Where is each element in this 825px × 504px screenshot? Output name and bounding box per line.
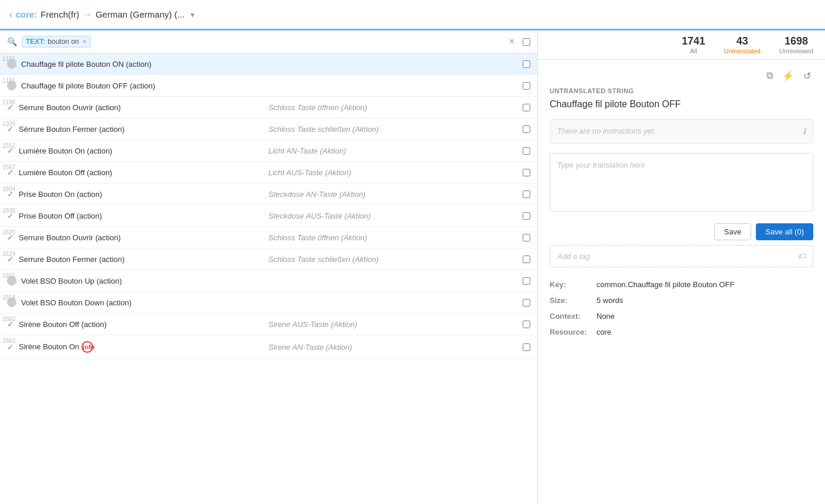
item-checkbox[interactable] <box>523 299 530 307</box>
tag-placeholder: Add a tag <box>557 252 590 261</box>
save-button[interactable]: Save <box>714 223 752 240</box>
item-source: Sirène Bouton Oninfo <box>19 341 268 353</box>
core-label[interactable]: core: <box>16 9 38 19</box>
list-item[interactable]: 1620✓Serrure Bouton Ouvrir (action)Schlo… <box>0 227 537 248</box>
stat-unreviewed: 1698 Unreviewed <box>779 35 813 55</box>
translation-area: ⧉ ⚡ ↺ UNTRANSLATED STRING Chauffage fil … <box>538 60 825 504</box>
instructions-text: There are no instructions yet. <box>557 127 656 135</box>
item-checkbox[interactable] <box>523 60 530 68</box>
nav-breadcrumb: ‹ core: French(fr) → German (Germany) (.… <box>9 9 195 20</box>
list-item[interactable]: 1608✓Prise Bouton Off (action)Steckdose … <box>0 205 537 227</box>
list-item[interactable]: 1181Chauffage fil pilote Bouton OFF (act… <box>0 75 537 97</box>
item-checkbox[interactable] <box>523 169 530 176</box>
tag-area[interactable]: Add a tag 🏷 <box>550 245 813 267</box>
save-all-button[interactable]: Save all (0) <box>756 223 813 240</box>
lang-arrow: → <box>83 9 92 20</box>
right-panel: 1741 All 43 Untranslated 1698 Unreviewed… <box>538 30 825 504</box>
list-item[interactable]: 1567✓Lumière Bouton Off (action)Licht AU… <box>0 162 537 183</box>
search-checkbox[interactable] <box>523 38 530 46</box>
meta-resource-row: Resource: core <box>550 324 813 340</box>
meta-context-label: Context: <box>550 312 596 321</box>
item-target: Sirene AUS-Taste (Aktion) <box>268 320 518 329</box>
item-checkbox[interactable] <box>523 82 530 90</box>
item-target: Licht AN-Taste (Aktion) <box>268 147 518 155</box>
list-item[interactable]: 1663✓Sirène Bouton OninfoSirene AN-Taste… <box>0 335 537 359</box>
search-tag[interactable]: TEXT: bouton on × <box>22 36 91 47</box>
item-checkbox[interactable] <box>523 277 530 285</box>
search-clear-button[interactable]: × <box>508 35 516 48</box>
search-input[interactable] <box>96 38 503 46</box>
item-source: Serrure Bouton Fermer (action) <box>19 255 268 264</box>
item-checkbox[interactable] <box>523 343 530 351</box>
item-checkbox[interactable] <box>523 212 530 220</box>
item-source: Volet BSO Bouton Up (action) <box>21 277 518 285</box>
back-link[interactable]: ‹ <box>9 10 12 19</box>
item-checkbox[interactable] <box>523 234 530 241</box>
item-number: 1624 <box>2 251 15 257</box>
list-item[interactable]: 1654Volet BSO Bouton Down (action) <box>0 292 537 314</box>
meta-resource-label: Resource: <box>550 328 596 336</box>
translation-placeholder: Type your translation here <box>557 161 645 169</box>
metadata: Key: common.Chauffage fil pilote Bouton … <box>550 277 813 349</box>
list-item[interactable]: 1624✓Serrure Bouton Fermer (action)Schlo… <box>0 248 537 270</box>
item-source: Sirène Bouton Off (action) <box>19 320 268 329</box>
translation-list: 1165Chauffage fil pilote Bouton ON (acti… <box>0 53 537 504</box>
list-item[interactable]: 1165Chauffage fil pilote Bouton ON (acti… <box>0 53 537 75</box>
search-tag-remove[interactable]: × <box>83 38 87 46</box>
meta-context-row: Context: None <box>550 308 813 324</box>
item-number: 1651 <box>2 273 15 279</box>
list-item[interactable]: 1209✓Sérrure Bouton Fermer (action)Schlo… <box>0 118 537 140</box>
item-number: 1663 <box>2 338 15 344</box>
item-number: 1604 <box>2 186 15 192</box>
info-badge[interactable]: info <box>81 341 93 353</box>
item-number: 1209 <box>2 121 15 127</box>
item-number: 1165 <box>2 56 15 62</box>
translation-input[interactable]: Type your translation here <box>550 153 813 212</box>
main-layout: 🔍 TEXT: bouton on × × 1165Chauffage fil … <box>0 30 825 504</box>
item-source: Volet BSO Bouton Down (action) <box>21 298 518 307</box>
reset-icon[interactable]: ↺ <box>801 69 813 83</box>
stat-all-label: All <box>681 47 705 55</box>
list-item[interactable]: 1196✓Sérrure Bouton Ouvrir (action)Schlo… <box>0 97 537 118</box>
stat-untranslated-label: Untranslated <box>724 47 761 55</box>
meta-resource-value: core <box>596 328 611 336</box>
left-panel: 🔍 TEXT: bouton on × × 1165Chauffage fil … <box>0 30 538 504</box>
item-target: Licht AUS-Taste (Aktion) <box>268 168 518 177</box>
item-checkbox[interactable] <box>523 321 530 328</box>
chevron-down-icon[interactable]: ▾ <box>190 10 195 19</box>
item-number: 1620 <box>2 229 15 236</box>
list-item[interactable]: 1651Volet BSO Bouton Up (action) <box>0 270 537 292</box>
list-item[interactable]: 1604✓Prise Bouton On (action)Steckdose A… <box>0 183 537 205</box>
meta-size-label: Size: <box>550 296 596 305</box>
item-source: Chauffage fil pilote Bouton OFF (action) <box>21 81 518 90</box>
meta-size-row: Size: 5 words <box>550 292 813 308</box>
item-source: Sérrure Bouton Fermer (action) <box>19 125 268 134</box>
item-target: Steckdose AN-Taste (Aktion) <box>268 190 518 199</box>
info-icon[interactable]: ℹ <box>803 127 806 136</box>
item-source: Prise Bouton Off (action) <box>19 212 268 220</box>
item-checkbox[interactable] <box>523 125 530 133</box>
item-target: Schloss Taste öffnen (Aktion) <box>268 103 518 112</box>
meta-key-value: common.Chauffage fil pilote Bouton OFF <box>596 280 734 289</box>
stat-untranslated: 43 Untranslated <box>724 35 761 55</box>
item-checkbox[interactable] <box>523 190 530 198</box>
list-item[interactable]: 1552✓Lumière Bouton On (action)Licht AN-… <box>0 140 537 162</box>
stats-bar: 1741 All 43 Untranslated 1698 Unreviewed <box>538 30 825 60</box>
search-tag-type: TEXT: <box>26 38 45 46</box>
source-string: Chauffage fil pilote Bouton OFF <box>550 99 813 110</box>
item-target: Schloss Taste schließen (Aktion) <box>268 125 518 134</box>
item-checkbox[interactable] <box>523 104 530 111</box>
search-tag-value: bouton on <box>47 38 79 46</box>
lightning-icon[interactable]: ⚡ <box>780 69 796 83</box>
item-source: Lumière Bouton On (action) <box>19 147 268 155</box>
item-number: 1608 <box>2 207 15 214</box>
app-header: ‹ core: French(fr) → German (Germany) (.… <box>0 0 825 30</box>
toolbar: ⧉ ⚡ ↺ <box>550 69 813 83</box>
copy-icon[interactable]: ⧉ <box>764 69 775 83</box>
item-checkbox[interactable] <box>523 147 530 155</box>
meta-key-label: Key: <box>550 280 596 289</box>
list-item[interactable]: 1660✓Sirène Bouton Off (action)Sirene AU… <box>0 314 537 335</box>
item-checkbox[interactable] <box>523 256 530 263</box>
meta-context-value: None <box>596 312 615 321</box>
stat-unreviewed-count: 1698 <box>779 35 813 47</box>
